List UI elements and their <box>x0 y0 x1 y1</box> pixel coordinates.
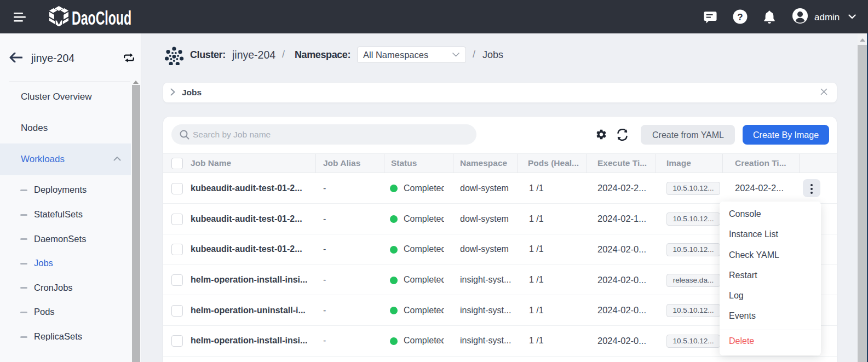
svg-text:?: ? <box>737 12 743 22</box>
